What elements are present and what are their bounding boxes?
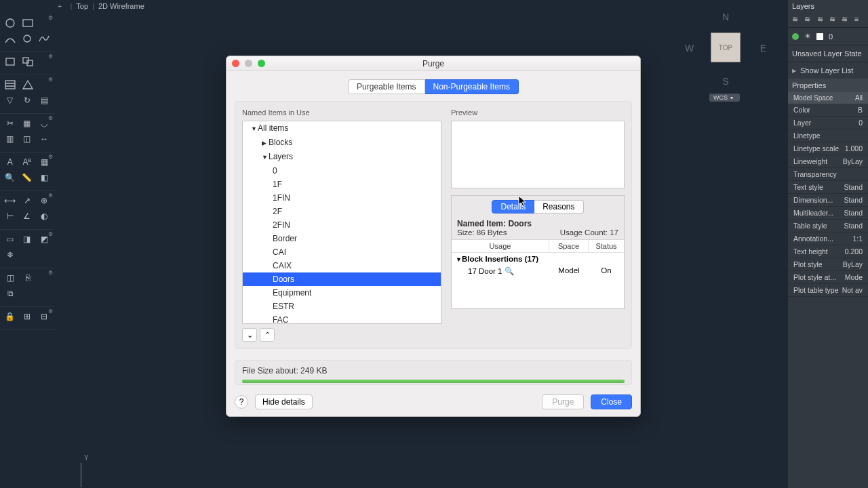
- insert-tool-icon[interactable]: ⎘: [20, 271, 35, 285]
- dim-linear-icon[interactable]: ⊢: [3, 209, 17, 223]
- gear-icon[interactable]: ⚙: [48, 270, 53, 276]
- block-tool-icon[interactable]: ◫: [3, 271, 18, 285]
- gear-icon[interactable]: ⚙: [48, 77, 53, 83]
- copy-tool-icon[interactable]: [20, 55, 35, 68]
- line-tool-icon[interactable]: [3, 16, 18, 30]
- named-items-tree[interactable]: ▼All items ▶Blocks ▼Layers 01F1FIN2F2FIN…: [242, 121, 441, 324]
- property-row[interactable]: Transparency: [788, 168, 868, 181]
- tab-reasons[interactable]: Reasons: [534, 200, 583, 214]
- layer-lock-icon[interactable]: ≋: [829, 15, 839, 24]
- tree-layer-item[interactable]: Border: [243, 232, 441, 245]
- tree-layer-item[interactable]: 1FIN: [243, 191, 441, 205]
- hatch-tool-icon[interactable]: [3, 78, 18, 92]
- tree-layer-item[interactable]: ESTR: [243, 300, 441, 313]
- tab-details[interactable]: Details: [492, 200, 534, 214]
- property-row[interactable]: Text styleStand: [788, 181, 868, 194]
- group-tool-icon[interactable]: ⊞: [20, 310, 34, 323]
- property-row[interactable]: Plot styleByLay: [788, 258, 868, 271]
- property-row[interactable]: Plot table typeNot av: [788, 284, 868, 297]
- array-tool-icon[interactable]: ▥: [3, 132, 17, 146]
- tab-non-purgeable-items[interactable]: Non-Purgeable Items: [425, 79, 519, 94]
- layer-tool-icon[interactable]: ▭: [3, 232, 17, 246]
- close-window-icon[interactable]: [232, 60, 239, 67]
- zoom-window-icon[interactable]: [258, 60, 265, 67]
- gradient-tool-icon[interactable]: [20, 78, 35, 92]
- rectangle-tool-icon[interactable]: [20, 16, 35, 30]
- layer-off-icon[interactable]: ◨: [20, 232, 34, 246]
- layer-current-row[interactable]: ☀ 0: [788, 28, 868, 45]
- minimize-window-icon[interactable]: [245, 60, 252, 67]
- layer-delete-icon[interactable]: ≋: [804, 15, 814, 24]
- layer-more-icon[interactable]: ≡: [854, 15, 864, 24]
- zoom-to-icon[interactable]: 🔍: [505, 266, 513, 274]
- purge-button[interactable]: Purge: [542, 394, 584, 409]
- property-row[interactable]: Plot style at...Mode: [788, 271, 868, 284]
- viewcube-south[interactable]: S: [722, 76, 728, 87]
- layer-new-icon[interactable]: ≋: [792, 15, 802, 24]
- text-tool-icon[interactable]: A: [3, 155, 17, 169]
- viewcube-top-face[interactable]: TOP: [711, 33, 741, 62]
- property-row[interactable]: Annotation...1:1: [788, 232, 868, 245]
- property-row[interactable]: Text height0.200: [788, 245, 868, 258]
- gear-icon[interactable]: ⚙: [48, 154, 53, 160]
- tree-layers[interactable]: ▼Layers: [243, 150, 441, 164]
- property-row[interactable]: Layer0: [788, 117, 868, 129]
- tree-layer-item[interactable]: FAC: [243, 313, 441, 324]
- property-row[interactable]: Table styleStand: [788, 220, 868, 232]
- tree-layer-item[interactable]: CAIX: [243, 259, 441, 272]
- find-tool-icon[interactable]: 🔍: [3, 171, 17, 184]
- lock-tool-icon[interactable]: 🔒: [3, 310, 17, 323]
- visual-style-label[interactable]: 2D Wireframe: [98, 2, 144, 10]
- view-top-label[interactable]: Top: [76, 2, 88, 10]
- move-tool-icon[interactable]: [3, 55, 18, 68]
- help-button[interactable]: ?: [235, 395, 248, 409]
- add-view-icon[interactable]: +: [58, 2, 62, 10]
- tree-layer-item[interactable]: 2F: [243, 205, 441, 218]
- mtext-tool-icon[interactable]: Aᴮ: [20, 155, 34, 169]
- tab-purgeable-items[interactable]: Purgeable Items: [348, 79, 425, 94]
- layer-freeze-icon[interactable]: ≋: [817, 15, 827, 24]
- tree-layer-item[interactable]: CAI: [243, 245, 441, 259]
- usage-group-row[interactable]: ▼Block Insertions (17): [452, 253, 624, 265]
- dialog-titlebar[interactable]: Purge: [226, 56, 640, 71]
- tree-layer-item[interactable]: Equipment: [243, 286, 441, 300]
- layer-freeze-icon[interactable]: ❄: [3, 248, 18, 262]
- tree-all-items[interactable]: ▼All items: [243, 121, 441, 136]
- circle-tool-icon[interactable]: [20, 32, 34, 45]
- measure-tool-icon[interactable]: 📏: [20, 171, 34, 184]
- property-row[interactable]: LineweightByLay: [788, 155, 868, 168]
- offset-tool-icon[interactable]: ◫: [20, 132, 34, 146]
- property-row[interactable]: Linetype scale1.000: [788, 142, 868, 155]
- property-row[interactable]: Dimension...Stand: [788, 194, 868, 207]
- expand-all-button[interactable]: ⌄: [242, 328, 257, 342]
- gear-icon[interactable]: ⚙: [48, 231, 53, 237]
- layer-color-icon[interactable]: ≋: [842, 15, 851, 24]
- tree-layer-item[interactable]: Doors: [243, 272, 441, 286]
- hide-details-button[interactable]: Hide details: [255, 394, 313, 409]
- gear-icon[interactable]: ⚙: [48, 192, 53, 199]
- arc-tool-icon[interactable]: [3, 32, 17, 45]
- dim-angular-icon[interactable]: ∠: [20, 209, 34, 223]
- leader-tool-icon[interactable]: ↗: [20, 194, 34, 207]
- property-row[interactable]: ColorB: [788, 104, 868, 117]
- gear-icon[interactable]: ⚙: [48, 15, 53, 21]
- spline-tool-icon[interactable]: [37, 32, 52, 45]
- show-layer-list[interactable]: ▶ Show Layer List: [788, 62, 868, 79]
- field-tool-icon[interactable]: ◧: [37, 171, 52, 184]
- xref-tool-icon[interactable]: ⧉: [3, 287, 18, 300]
- property-row[interactable]: Multileader...Stand: [788, 207, 868, 220]
- tree-blocks[interactable]: ▶Blocks: [243, 136, 441, 150]
- stretch-tool-icon[interactable]: ↔: [37, 132, 52, 146]
- property-row[interactable]: Linetype: [788, 129, 868, 142]
- layer-state[interactable]: Unsaved Layer State: [788, 45, 868, 62]
- wcs-dropdown[interactable]: WCS: [709, 94, 740, 102]
- gear-icon[interactable]: ⚙: [48, 308, 53, 314]
- mirror-tool-icon[interactable]: ▽: [3, 94, 17, 107]
- gear-icon[interactable]: ⚙: [48, 115, 53, 121]
- tree-layer-item[interactable]: 0: [243, 164, 441, 178]
- rotate-tool-icon[interactable]: ↻: [20, 94, 34, 107]
- viewcube-north[interactable]: N: [722, 12, 729, 22]
- gear-icon[interactable]: ⚙: [48, 54, 53, 60]
- dim-radius-icon[interactable]: ◐: [37, 209, 52, 223]
- viewcube-east[interactable]: E: [760, 43, 766, 54]
